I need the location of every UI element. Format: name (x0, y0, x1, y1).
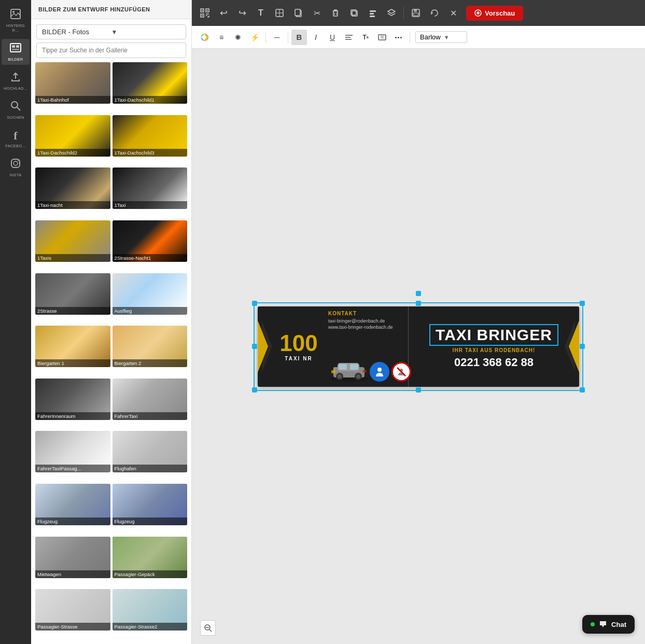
svg-rect-51 (350, 364, 358, 370)
taxi-banner[interactable]: 100 TAXI NR KONTAKT taxi-bringer@rodenba… (258, 306, 579, 387)
sidebar-item-insta[interactable]: INSTA (2, 155, 30, 180)
qr-button[interactable] (196, 4, 214, 22)
duplicate-button[interactable] (345, 4, 363, 22)
list-item-label: Ausflieg (113, 307, 188, 315)
handle-bottom-left[interactable] (252, 387, 257, 393)
color-picker-button[interactable] (197, 30, 213, 45)
list-item[interactable]: Biergarten 1 (35, 326, 110, 367)
handle-top-middle[interactable] (416, 301, 421, 306)
chevron-down-icon: ▼ (111, 29, 181, 36)
list-item[interactable]: Biergarten 2 (113, 326, 188, 367)
handle-middle-right[interactable] (580, 344, 585, 349)
paste-button[interactable] (289, 4, 307, 22)
list-item[interactable]: Passagier-Strasse2 (113, 589, 188, 631)
banner-email: taxi-bringer@rodenbach.de (328, 318, 405, 324)
italic-button[interactable]: I (308, 30, 324, 45)
handle-bottom-middle[interactable] (416, 387, 421, 393)
chat-widget[interactable]: Chat (582, 615, 635, 634)
gallery-search-input[interactable] (36, 43, 186, 58)
list-item[interactable]: Passagier-Gepäck (113, 537, 188, 578)
text-toolbar-separator-2 (288, 32, 288, 43)
shape-button[interactable] (271, 4, 288, 22)
handle-top-left[interactable] (252, 301, 257, 306)
list-item[interactable]: 1Taxi (113, 167, 188, 209)
cut-button[interactable]: ✂ (308, 4, 326, 22)
lightning-button[interactable]: ⚡ (247, 30, 262, 45)
eraser-button[interactable]: — (269, 30, 285, 45)
image-grid: 1Taxi-Bahnhof1Taxi-Dachschild11Taxi-Dach… (31, 62, 191, 644)
list-item[interactable]: Flugzeug (35, 484, 110, 525)
text-button[interactable]: T (252, 4, 270, 22)
redo-button[interactable]: ↪ (233, 4, 251, 22)
sidebar-label-suchen: SUCHEN (7, 115, 24, 120)
handle-bottom-right[interactable] (580, 387, 585, 393)
delete-button[interactable] (327, 4, 344, 22)
service-icon-2 (391, 362, 411, 382)
preview-button[interactable]: Vorschau (466, 6, 523, 21)
svg-rect-5 (12, 49, 19, 50)
list-item[interactable]: 1Taxi-Bahnhof (35, 62, 110, 104)
list-item[interactable]: Flugzeug (113, 484, 188, 525)
canvas-area[interactable]: 100 TAXI NR KONTAKT taxi-bringer@rodenba… (192, 49, 645, 644)
sidebar-item-bilder[interactable]: BILDER (2, 39, 30, 65)
sidebar-item-facebook[interactable]: f FACEBO... (2, 126, 30, 151)
zoom-out-button[interactable] (200, 620, 216, 636)
list-item[interactable]: 1Taxi-Dachschild2 (35, 115, 110, 157)
list-item[interactable]: 1Taxi-Dachschild1 (113, 62, 188, 104)
svg-rect-36 (413, 13, 418, 16)
sparkle-button[interactable]: ✺ (230, 30, 246, 45)
handle-middle-left[interactable] (252, 344, 257, 349)
sidebar-label-facebook: FACEBO... (5, 144, 25, 148)
list-item[interactable]: 1Taxi-nacht (35, 167, 110, 209)
list-item-label: Biergarten 1 (35, 359, 110, 367)
layers-button[interactable] (383, 4, 400, 22)
right-arrow-gold (569, 320, 579, 372)
underline-button[interactable]: U (325, 30, 340, 45)
text-toolbar-separator-3 (410, 32, 410, 43)
bold-button[interactable]: B (291, 30, 307, 45)
service-icon-1 (370, 362, 389, 382)
list-item[interactable]: 2Strasse-Nacht1 (113, 220, 188, 262)
list-item-label: Passagier-Gepäck (113, 570, 188, 578)
selection-handle-top-center[interactable] (416, 291, 421, 296)
list-item[interactable]: Ausflieg (113, 273, 188, 315)
chat-icon (599, 620, 607, 628)
close-button[interactable]: ✕ (444, 4, 462, 22)
handle-top-right[interactable] (580, 301, 585, 306)
undo-button[interactable]: ↩ (215, 4, 232, 22)
list-item[interactable]: Passagier-Strasse (35, 589, 110, 631)
sidebar-item-suchen[interactable]: SUCHEN (2, 97, 30, 123)
category-dropdown[interactable]: BILDER - Fotos ▼ (36, 24, 186, 39)
font-size-button[interactable]: Ta (358, 30, 373, 45)
list-item-label: 2Strasse-Nacht1 (113, 254, 188, 262)
paragraph-align-button[interactable]: ≡ (214, 30, 229, 45)
sidebar-item-hintergrund[interactable]: HINTERGR... (2, 5, 30, 36)
banner-number: 100 (279, 332, 317, 355)
chat-bubble[interactable]: Chat (582, 615, 635, 634)
text-align-button[interactable] (341, 30, 357, 45)
more-options-button[interactable]: ••• (391, 30, 406, 45)
list-item-label: 1Taxi-Dachschild1 (113, 96, 188, 104)
sidebar-item-hochladen[interactable]: HOCHLAD... (2, 68, 30, 94)
images-panel: BILDER ZUM ENTWURF HINZUFÜGEN BILDER - F… (31, 0, 192, 644)
align-button[interactable] (364, 4, 382, 22)
list-item[interactable]: Mietwagen (35, 537, 110, 578)
list-item[interactable]: 1Taxis (35, 220, 110, 262)
list-item[interactable]: 2Strasse (35, 273, 110, 315)
sidebar-label-bilder: BILDER (8, 57, 23, 62)
sidebar-icons: HINTERGR... BILDER HOCHLAD... SUCHEN f F… (0, 0, 31, 644)
list-item[interactable]: Flughafen (113, 431, 188, 472)
list-item[interactable]: 1Taxi-Dachschild3 (113, 115, 188, 157)
svg-rect-57 (362, 370, 367, 372)
list-item[interactable]: FahrerTaxi (113, 379, 188, 420)
banner-taxi-nr-label: TAXI NR (285, 356, 312, 361)
text-box-button[interactable] (374, 30, 390, 45)
font-selector[interactable]: Barlow ▼ (415, 31, 467, 43)
left-arrow-gold (258, 320, 268, 372)
list-item[interactable]: FahrerInnenraum (35, 379, 110, 420)
list-item[interactable]: FahrerTaxiPassag... (35, 431, 110, 472)
refresh-button[interactable] (426, 4, 443, 22)
list-item-label: Flugzeug (35, 517, 110, 525)
preview-label: Vorschau (485, 9, 515, 17)
save-button[interactable] (407, 4, 425, 22)
